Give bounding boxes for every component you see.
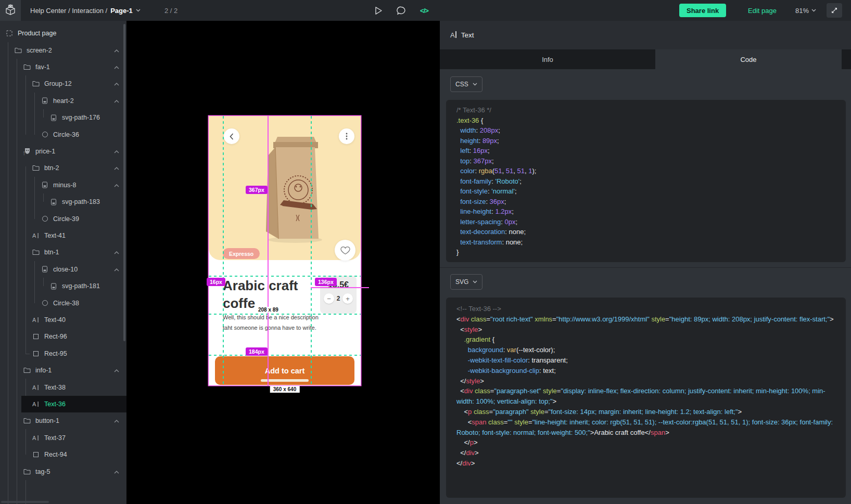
edit-page-link[interactable]: Edit page bbox=[748, 0, 777, 21]
measure-label-top: 367px bbox=[246, 186, 268, 194]
product-tag: Expresso bbox=[223, 248, 260, 259]
breadcrumb-path: Help Center / Interaction / bbox=[30, 7, 107, 15]
layer-row-fav-1[interactable]: fav-1 bbox=[0, 59, 126, 75]
collapse-chevron-icon[interactable] bbox=[114, 80, 119, 87]
layer-label: Rect-95 bbox=[44, 350, 67, 357]
layer-label: Rect-96 bbox=[44, 333, 67, 340]
layer-row-rect-94[interactable]: Rect-94 bbox=[0, 446, 126, 463]
collapse-chevron-icon[interactable] bbox=[114, 468, 119, 475]
inspector-tabs: InfoCode bbox=[440, 49, 851, 69]
layer-row-circle-39[interactable]: Circle-39 bbox=[0, 210, 126, 227]
fullscreen-button[interactable] bbox=[827, 3, 842, 18]
collapse-chevron-icon[interactable] bbox=[114, 63, 119, 71]
guide-vertical-right bbox=[311, 116, 312, 385]
layer-label: minus-8 bbox=[53, 182, 76, 189]
css-code-block[interactable]: /* Text-36 */.text-36 { width: 208px; he… bbox=[446, 100, 846, 262]
sidebar-vertical-scrollbar[interactable] bbox=[123, 24, 125, 341]
guide-horizontal-button-top bbox=[209, 355, 361, 356]
layer-row-close-10[interactable]: close-10 bbox=[0, 261, 126, 278]
layer-row-circle-36[interactable]: Circle-36 bbox=[0, 126, 126, 143]
chevron-down-icon[interactable] bbox=[136, 9, 141, 12]
code-line: -webkit-text-fill-color: transparent; bbox=[456, 355, 835, 366]
plus-button[interactable]: + bbox=[342, 293, 353, 304]
layer-row-svg-path-181[interactable]: svg-path-181 bbox=[0, 278, 126, 294]
back-button[interactable] bbox=[224, 128, 239, 144]
topbar-tools: </> bbox=[373, 0, 430, 21]
code-line: <div class="paragraph-set" style="displa… bbox=[456, 386, 835, 407]
collapse-chevron-icon[interactable] bbox=[114, 417, 119, 424]
layer-label: Text-38 bbox=[44, 384, 66, 391]
breadcrumb-page[interactable]: Page-1 bbox=[110, 7, 133, 15]
layer-label: btn-2 bbox=[44, 164, 59, 172]
layer-row-tag-5[interactable]: tag-5 bbox=[0, 463, 126, 480]
layer-row-heart-2[interactable]: heart-2 bbox=[0, 93, 126, 109]
page-indicator: 2 / 2 bbox=[164, 0, 177, 21]
collapse-chevron-icon[interactable] bbox=[114, 182, 119, 189]
layer-label: svg-path-181 bbox=[62, 282, 100, 290]
collapse-chevron-icon[interactable] bbox=[114, 148, 119, 155]
layer-row-text-37[interactable]: AText-37 bbox=[0, 430, 126, 446]
code-line: } bbox=[456, 247, 835, 257]
more-options-button[interactable] bbox=[339, 128, 354, 144]
css-format-value: CSS bbox=[455, 81, 468, 88]
layer-row-price-1[interactable]: price-1 bbox=[0, 143, 126, 160]
collapse-chevron-icon[interactable] bbox=[114, 164, 119, 172]
sidebar-horizontal-scrollbar[interactable] bbox=[1, 501, 49, 503]
layer-row-group-12[interactable]: Group-12 bbox=[0, 75, 126, 92]
layer-row-info-1[interactable]: info-1 bbox=[0, 362, 126, 379]
share-link-button[interactable]: Share link bbox=[679, 4, 726, 17]
layer-row-text-41[interactable]: AText-41 bbox=[0, 227, 126, 244]
app-logo[interactable] bbox=[0, 0, 21, 21]
svg-code-block[interactable]: <!-- Text-36 --><div class="root rich-te… bbox=[446, 298, 846, 498]
text-icon: A bbox=[32, 435, 40, 441]
layer-row-svg-path-176[interactable]: svg-path-176 bbox=[0, 109, 126, 126]
circle-icon bbox=[41, 215, 49, 222]
svg-format-select[interactable]: SVG bbox=[450, 274, 482, 290]
layer-row-text-36[interactable]: AText-36 bbox=[0, 396, 126, 412]
layer-label: Text-36 bbox=[44, 400, 66, 408]
collapse-chevron-icon[interactable] bbox=[114, 249, 119, 256]
play-icon bbox=[375, 6, 383, 15]
layer-row-text-40[interactable]: AText-40 bbox=[0, 312, 126, 328]
minus-button[interactable]: − bbox=[324, 293, 334, 304]
tab-code[interactable]: Code bbox=[655, 49, 842, 69]
css-format-select[interactable]: CSS bbox=[450, 76, 482, 92]
collapse-chevron-icon[interactable] bbox=[114, 266, 119, 273]
svg-text:A: A bbox=[32, 401, 36, 407]
layer-row-btn-1[interactable]: btn-1 bbox=[0, 244, 126, 261]
layer-row-product-page[interactable]: Product page bbox=[0, 25, 126, 42]
layer-row-text-38[interactable]: AText-38 bbox=[0, 379, 126, 395]
zoom-control[interactable]: 81% bbox=[795, 0, 816, 21]
layer-row-circle-38[interactable]: Circle-38 bbox=[0, 294, 126, 311]
svg-text:A: A bbox=[32, 317, 36, 323]
selection-size-label: 208 x 89 bbox=[257, 307, 280, 313]
layer-row-svg-path-183[interactable]: svg-path-183 bbox=[0, 193, 126, 210]
collapse-chevron-icon[interactable] bbox=[114, 97, 119, 105]
layer-row-btn-2[interactable]: btn-2 bbox=[0, 160, 126, 176]
layer-label: button-1 bbox=[35, 417, 59, 424]
play-button[interactable] bbox=[373, 5, 384, 16]
svg-file-icon bbox=[49, 114, 58, 121]
comment-button[interactable] bbox=[396, 5, 407, 16]
mask-icon bbox=[23, 148, 31, 154]
design-canvas[interactable]: Expresso Arabic craft coffe 16.5€ − 2 + … bbox=[126, 21, 440, 504]
layer-row-rect-95[interactable]: Rect-95 bbox=[0, 345, 126, 362]
collapse-chevron-icon[interactable] bbox=[114, 47, 119, 54]
layer-label: Text-37 bbox=[44, 434, 66, 442]
code-line: background: var(--text-color); bbox=[456, 345, 835, 355]
collapse-chevron-icon[interactable] bbox=[114, 367, 119, 374]
layer-label: tag-5 bbox=[35, 468, 50, 475]
layer-row-minus-8[interactable]: minus-8 bbox=[0, 177, 126, 193]
favorite-button[interactable] bbox=[335, 240, 355, 261]
layer-row-rect-96[interactable]: Rect-96 bbox=[0, 328, 126, 345]
code-mode-button[interactable]: </> bbox=[418, 5, 430, 16]
measure-label-left: 16px bbox=[207, 278, 225, 286]
layer-row-button-1[interactable]: button-1 bbox=[0, 412, 126, 429]
text-icon: A bbox=[32, 317, 40, 323]
tab-info[interactable]: Info bbox=[440, 49, 655, 69]
coffee-bag-image bbox=[263, 133, 327, 244]
heart-icon bbox=[340, 246, 350, 255]
screen-frame[interactable]: Expresso Arabic craft coffe 16.5€ − 2 + … bbox=[209, 116, 361, 385]
breadcrumb[interactable]: Help Center / Interaction / Page-1 bbox=[30, 0, 141, 21]
layer-row-screen-2[interactable]: screen-2 bbox=[0, 42, 126, 58]
